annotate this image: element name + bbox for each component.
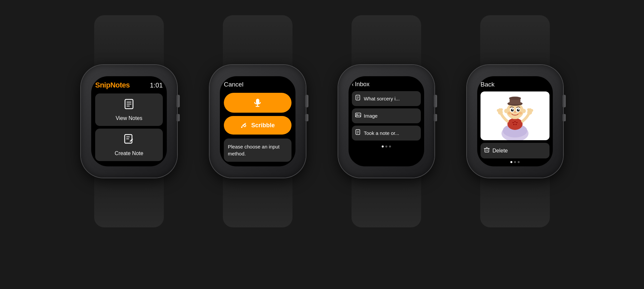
view-notes-button[interactable]: View Notes (95, 93, 163, 126)
note-icon-2 (355, 129, 361, 137)
screen1-header: SnipNotes 1:01 (95, 81, 163, 89)
dot-active-4 (510, 161, 512, 163)
watch-3: ‹ Inbox What sorcery i... (325, 15, 448, 274)
watch-screen-2: Cancel (220, 76, 295, 166)
watch-2: Cancel (196, 15, 319, 274)
band-top-1 (94, 15, 164, 68)
dot-3b (385, 145, 387, 147)
svg-point-41 (509, 97, 521, 100)
watch-body-3: ‹ Inbox What sorcery i... (338, 65, 434, 178)
watch-body-1: SnipNotes 1:01 View Notes (81, 65, 177, 178)
scribble-icon (240, 121, 248, 129)
svg-point-25 (513, 122, 514, 123)
inbox-item-what-sorcery[interactable]: What sorcery i... (352, 91, 421, 106)
trash-icon (484, 147, 490, 154)
watch-body-2: Cancel (210, 65, 306, 178)
svg-point-16 (356, 114, 357, 115)
svg-point-49 (518, 109, 519, 110)
watch-crown-3 (434, 95, 437, 107)
took-note-text: Took a note or... (364, 130, 399, 136)
scribble-row: Scribble (240, 121, 275, 129)
scribble-button[interactable]: Scribble (224, 116, 291, 135)
watches-container: SnipNotes 1:01 View Notes (68, 15, 576, 274)
what-sorcery-text: What sorcery i... (364, 96, 400, 101)
watch-side-btn-3 (434, 114, 437, 121)
svg-point-51 (508, 112, 511, 114)
svg-point-52 (519, 112, 522, 114)
svg-point-43 (522, 109, 526, 113)
microphone-icon (253, 98, 262, 107)
band-bottom-3 (352, 174, 421, 227)
image-icon (355, 112, 361, 120)
svg-point-34 (500, 108, 503, 111)
back-button-4[interactable]: Back (481, 81, 549, 88)
watch-screen-4: Back (477, 76, 553, 166)
watch-crown-4 (562, 95, 566, 107)
svg-rect-7 (256, 99, 259, 104)
watch-4: Back (454, 15, 576, 274)
note-icon-1 (355, 95, 361, 102)
svg-point-27 (516, 122, 517, 123)
image-text: Image (364, 113, 378, 119)
dot-4c (518, 161, 520, 163)
input-method-box: Please choose an input method. (224, 139, 291, 162)
band-top-3 (352, 15, 421, 68)
scribble-label: Scribble (251, 122, 275, 129)
voice-button[interactable] (224, 93, 291, 113)
inbox-item-image[interactable]: Image (352, 108, 421, 123)
svg-rect-15 (355, 113, 361, 117)
watch-crown-1 (176, 95, 180, 107)
screen4: Back (477, 76, 553, 166)
band-bottom-1 (94, 174, 164, 227)
svg-point-28 (513, 124, 514, 125)
input-method-text: Please choose an input method. (228, 144, 280, 156)
svg-point-29 (516, 124, 517, 125)
band-bottom-4 (480, 174, 550, 227)
notes-icon (123, 98, 135, 113)
watch-screen-1: SnipNotes 1:01 View Notes (91, 76, 167, 166)
svg-point-50 (514, 111, 516, 113)
cancel-button[interactable]: Cancel (224, 81, 291, 88)
dot-4b (514, 161, 516, 163)
inbox-item-took-note[interactable]: Took a note or... (352, 126, 421, 141)
screen1: SnipNotes 1:01 View Notes (91, 76, 167, 166)
svg-point-48 (512, 109, 513, 110)
view-notes-label: View Notes (116, 115, 143, 121)
create-note-button[interactable]: Create Note (95, 129, 163, 161)
svg-point-24 (507, 118, 523, 130)
svg-point-37 (527, 108, 530, 111)
screen2: Cancel (220, 76, 295, 166)
band-bottom-2 (223, 174, 292, 227)
delete-label: Delete (492, 148, 508, 154)
screen3: ‹ Inbox What sorcery i... (349, 76, 424, 166)
watch-body-4: Back (467, 65, 563, 178)
delete-button[interactable]: Delete (481, 143, 549, 158)
back-chevron-icon: ‹ (352, 82, 354, 87)
create-note-label: Create Note (115, 150, 143, 156)
page-dots-3 (352, 145, 421, 147)
svg-point-10 (241, 127, 242, 128)
watch-side-btn-4 (562, 114, 566, 121)
watch-crown-2 (305, 95, 308, 107)
svg-point-42 (504, 109, 508, 113)
time-display: 1:01 (150, 82, 163, 89)
edit-icon (123, 133, 135, 148)
svg-rect-53 (485, 148, 489, 152)
page-dots-4 (481, 161, 549, 163)
band-top-2 (223, 15, 292, 68)
watch-screen-3: ‹ Inbox What sorcery i... (349, 76, 424, 166)
watch-side-btn-1 (176, 114, 180, 121)
dot-3c (389, 145, 391, 147)
back-nav-3[interactable]: ‹ Inbox (352, 81, 421, 88)
app-title: SnipNotes (95, 81, 130, 89)
inbox-label: Inbox (355, 81, 369, 88)
cartoon-image (481, 91, 549, 140)
band-top-4 (480, 15, 550, 68)
watch-side-btn-2 (305, 114, 308, 121)
watch-1: SnipNotes 1:01 View Notes (68, 15, 190, 274)
svg-point-26 (514, 121, 515, 122)
dot-active-3 (382, 145, 384, 147)
image-preview (481, 91, 549, 140)
